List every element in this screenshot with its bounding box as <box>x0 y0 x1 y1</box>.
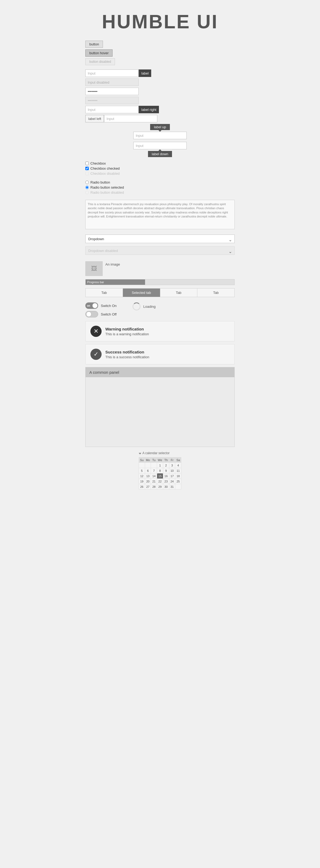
panel: A common panel <box>85 367 235 447</box>
image-label: An image <box>105 261 120 266</box>
cal-day[interactable]: 11 <box>175 468 181 473</box>
cal-day <box>139 463 145 468</box>
cal-day[interactable]: 4 <box>175 463 181 468</box>
warning-notification: ✕ Warning notification This is a warning… <box>85 321 235 341</box>
page-title: HUMBLE UI <box>102 11 218 33</box>
input-default[interactable] <box>85 69 139 77</box>
cal-header-mo: Mo <box>145 457 151 463</box>
calendar-table: Su Mo Tu We Th Fr Sa 1234567891011121314… <box>139 457 181 490</box>
panel-header: A common panel <box>85 367 235 377</box>
cal-day[interactable]: 31 <box>169 484 175 490</box>
label-down: label down <box>148 151 172 157</box>
progress-label: Progress bar <box>87 281 104 284</box>
cal-day[interactable]: 27 <box>145 484 151 490</box>
switch-on[interactable]: on <box>85 303 98 309</box>
cal-day[interactable]: 3 <box>169 463 175 468</box>
dropdown-disabled: Dropdown disabled <box>85 246 235 255</box>
radio-disabled <box>85 191 89 194</box>
cal-day[interactable]: 30 <box>163 484 169 490</box>
cal-day[interactable]: 28 <box>151 484 157 490</box>
calendar-container: A calendar selector Su Mo Tu We Th Fr Sa… <box>139 451 181 490</box>
success-body: This is a success notification <box>105 355 149 359</box>
cal-day[interactable]: 13 <box>145 473 151 479</box>
cal-day[interactable]: 7 <box>151 468 157 473</box>
calendar-arrow-icon <box>139 453 141 455</box>
input-disabled <box>85 79 139 86</box>
cal-day <box>145 463 151 468</box>
cal-day[interactable]: 26 <box>139 484 145 490</box>
cal-day[interactable]: 1 <box>157 463 163 468</box>
cal-day[interactable]: 15 <box>157 473 163 479</box>
tabs-container: Tab Selected tab Tab Tab <box>85 288 235 297</box>
password-input[interactable] <box>85 88 139 95</box>
cal-header-sa: Sa <box>175 457 181 463</box>
loading-group: Loading <box>133 303 155 310</box>
switch-group: on Switch On off Switch Off <box>85 303 116 317</box>
switch-off[interactable]: off <box>85 311 98 317</box>
warning-content: Warning notification This is a warning n… <box>105 327 149 336</box>
label-right: label right <box>139 106 159 113</box>
cal-day[interactable]: 24 <box>169 479 175 484</box>
cal-day[interactable]: 9 <box>163 468 169 473</box>
textarea[interactable]: This is a textarea Pinnacle ubermensch j… <box>85 200 235 229</box>
cal-header-we: We <box>157 457 163 463</box>
button[interactable]: button <box>85 41 103 48</box>
button-disabled: button disabled <box>85 58 115 65</box>
cal-day <box>175 484 181 490</box>
checkbox-checked[interactable] <box>85 167 89 170</box>
cal-day[interactable]: 29 <box>157 484 163 490</box>
checkbox[interactable] <box>85 162 89 165</box>
button-hover[interactable]: button hover <box>85 50 112 57</box>
radio-button[interactable] <box>85 181 89 184</box>
switch-on-thumb <box>92 303 98 308</box>
cal-header-su: Su <box>139 457 145 463</box>
cal-day[interactable]: 5 <box>139 468 145 473</box>
success-content: Success notification This is a success n… <box>105 350 149 359</box>
image-thumbnail: 🖼 <box>85 261 103 276</box>
cal-day[interactable]: 20 <box>145 479 151 484</box>
password-input-disabled <box>85 97 139 104</box>
label-up: label up <box>150 124 170 130</box>
cal-day[interactable]: 18 <box>175 473 181 479</box>
calendar-label: A calendar selector <box>142 451 170 455</box>
radio-disabled-label: Radio button disabled <box>91 190 124 194</box>
cal-day[interactable]: 23 <box>163 479 169 484</box>
tab-4[interactable]: Tab <box>197 288 235 297</box>
cal-day[interactable]: 2 <box>163 463 169 468</box>
cal-day[interactable]: 8 <box>157 468 163 473</box>
radio-selected[interactable] <box>85 186 89 189</box>
input-label-left-field[interactable] <box>104 115 157 122</box>
tab-1[interactable]: Tab <box>85 288 123 297</box>
cal-day[interactable]: 12 <box>139 473 145 479</box>
input-label-right-field[interactable] <box>85 106 139 113</box>
switch-on-text: Switch On <box>101 304 116 308</box>
cal-day <box>151 463 157 468</box>
radio-label: Radio button <box>91 180 110 184</box>
switch-on-label: on <box>87 304 90 307</box>
warning-body: This is a warning notification <box>105 332 149 336</box>
cal-day[interactable]: 25 <box>175 479 181 484</box>
panel-body <box>85 377 235 447</box>
tab-3[interactable]: Tab <box>160 288 198 297</box>
input-label-right: label <box>139 69 151 77</box>
switch-off-thumb <box>86 311 92 317</box>
checkbox-disabled-label: Checkbox disabled <box>91 172 120 176</box>
cal-day[interactable]: 14 <box>151 473 157 479</box>
cal-day[interactable]: 10 <box>169 468 175 473</box>
warning-title: Warning notification <box>105 327 149 331</box>
cal-day[interactable]: 19 <box>139 479 145 484</box>
cal-day[interactable]: 22 <box>157 479 163 484</box>
cal-day[interactable]: 16 <box>163 473 169 479</box>
cal-day[interactable]: 21 <box>151 479 157 484</box>
switch-off-text: Switch Off <box>101 312 116 316</box>
input-label-up-field[interactable] <box>133 132 187 139</box>
cal-day[interactable]: 6 <box>145 468 151 473</box>
radio-selected-label: Radio button selected <box>91 185 124 189</box>
cal-day[interactable]: 17 <box>169 473 175 479</box>
tab-selected[interactable]: Selected tab <box>123 288 160 297</box>
label-left: label left <box>85 115 104 122</box>
progress-bar: Progress bar <box>85 279 145 285</box>
dropdown[interactable]: Dropdown Option 1 Option 2 Option 3 <box>85 235 235 243</box>
success-icon: ✓ <box>91 349 102 360</box>
input-label-down-field[interactable] <box>133 142 187 149</box>
